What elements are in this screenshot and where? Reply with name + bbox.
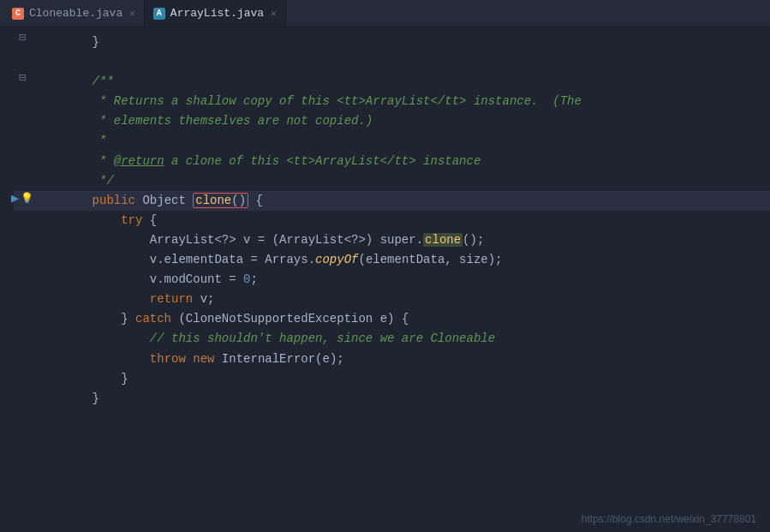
table-row: ⊟ } [14, 33, 770, 52]
fold-marker-javadoc[interactable]: ⊟ [16, 72, 28, 84]
tab-label-cloneable: Cloneable.java [29, 7, 122, 20]
line-content: */ [63, 171, 770, 191]
table-row: * [14, 131, 770, 151]
line-content: return v; [63, 290, 770, 309]
table-row: // this shouldn't happen, since we are C… [14, 329, 770, 349]
line-content: * @return a clone of this <tt>ArrayList<… [63, 152, 770, 171]
tab-arraylist[interactable]: A ArrayList.java ✕ [145, 0, 286, 27]
watermark: https://blog.csdn.net/weixin_37778801 [582, 513, 756, 525]
line-content: } catch (CloneNotSupportedException e) { [63, 309, 770, 329]
line-number [31, 191, 63, 192]
line-content: // this shouldn't happen, since we are C… [63, 329, 770, 349]
line-number [31, 33, 63, 33]
table-row: * Returns a shallow copy of this <tt>Arr… [14, 92, 770, 111]
debug-arrow-icon: ▶ [11, 193, 19, 206]
line-number [31, 52, 63, 53]
tab-close-cloneable[interactable]: ✕ [129, 8, 135, 19]
line-number [31, 230, 63, 231]
table-row: } catch (CloneNotSupportedException e) { [14, 309, 770, 329]
tab-bar: C Cloneable.java ✕ A ArrayList.java ✕ [0, 0, 770, 27]
line-content: } [63, 389, 770, 409]
line-number [31, 111, 63, 112]
line-number [31, 309, 63, 310]
editor-area: ⊟ } ⊟ /** [0, 27, 770, 532]
table-row: ▶ 💡 public Object clone() { [14, 191, 770, 211]
line-content: try { [63, 211, 770, 230]
lightbulb-icon[interactable]: 💡 [21, 191, 33, 208]
line-number [31, 270, 63, 271]
line-content: } [63, 33, 770, 52]
table-row: */ [14, 171, 770, 191]
table-row: throw new InternalError(e); [14, 350, 770, 369]
line-number [31, 329, 63, 330]
line-number [31, 211, 63, 212]
line-number [31, 389, 63, 390]
line-number [31, 92, 63, 93]
line-content: /** [63, 72, 770, 92]
fold-marker[interactable]: ⊟ [16, 33, 28, 45]
table-row: * elements themselves are not copied.) [14, 111, 770, 131]
line-number [31, 152, 63, 152]
table-row: * @return a clone of this <tt>ArrayList<… [14, 152, 770, 171]
line-number [31, 171, 63, 172]
table-row: } [14, 369, 770, 389]
line-content: } [63, 369, 770, 389]
line-margin: ▶ 💡 [14, 191, 31, 208]
table-row: ArrayList<?> v = (ArrayList<?>) super.cl… [14, 230, 770, 250]
line-content: * elements themselves are not copied.) [63, 111, 770, 131]
line-number [31, 369, 63, 370]
line-content: * Returns a shallow copy of this <tt>Arr… [63, 92, 770, 111]
line-margin: ⊟ [14, 72, 31, 84]
tab-cloneable[interactable]: C Cloneable.java ✕ [3, 0, 145, 27]
tab-close-arraylist[interactable]: ✕ [271, 8, 277, 19]
table-row: ⊟ /** [14, 72, 770, 92]
tab-label-arraylist: ArrayList.java [170, 7, 264, 20]
code-lines: ⊟ } ⊟ /** [0, 27, 770, 414]
line-content: * [63, 131, 770, 151]
table-row [14, 52, 770, 72]
line-content [63, 52, 770, 72]
line-number [31, 290, 63, 290]
line-content: throw new InternalError(e); [63, 350, 770, 369]
line-content: ArrayList<?> v = (ArrayList<?>) super.cl… [63, 230, 770, 250]
code-content[interactable]: ⊟ } ⊟ /** [0, 27, 770, 532]
table-row: try { [14, 211, 770, 230]
tab-icon-arraylist: A [153, 8, 165, 20]
line-content: v.modCount = 0; [63, 270, 770, 290]
line-number [31, 72, 63, 73]
table-row: return v; [14, 290, 770, 309]
line-number [31, 350, 63, 350]
table-row: v.modCount = 0; [14, 270, 770, 290]
line-number [31, 131, 63, 132]
line-number [31, 250, 63, 251]
line-content: public Object clone() { [63, 191, 770, 211]
table-row: } [14, 389, 770, 409]
line-margin: ⊟ [14, 33, 31, 45]
tab-icon-cloneable: C [12, 8, 24, 20]
table-row: v.elementData = Arrays.copyOf(elementDat… [14, 250, 770, 270]
line-content: v.elementData = Arrays.copyOf(elementDat… [63, 250, 770, 270]
